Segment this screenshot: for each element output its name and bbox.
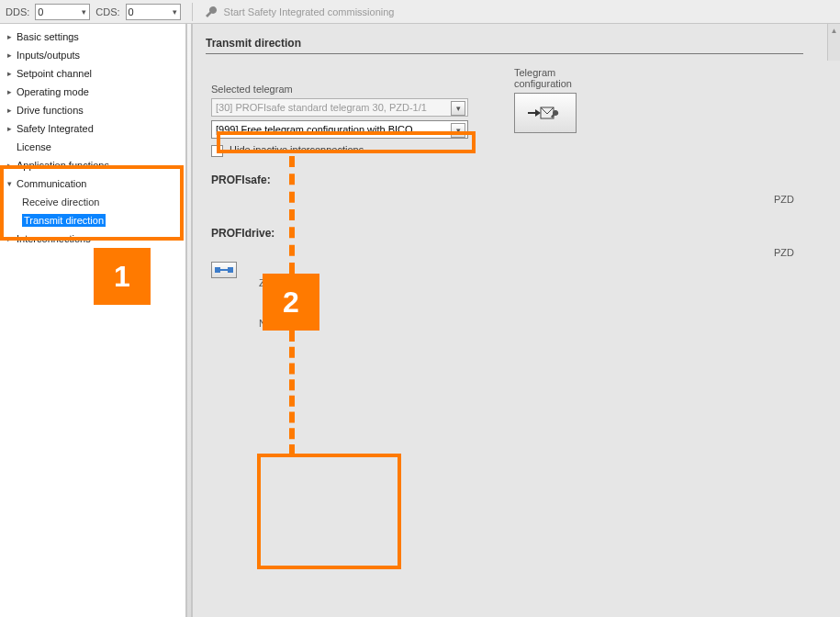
dds-label: DDS: [6,6,29,17]
tree-item-inputs-outputs[interactable]: Inputs/outputs [0,46,185,64]
content-pane: ▲ Transmit direction Selected telegram [… [192,24,840,617]
pzd-header: PZD [211,247,822,258]
checkbox-icon [211,145,223,157]
telegram-dropdown-free[interactable]: [999] Free telegram configuration with B… [211,120,468,139]
tree-item-transmit-direction[interactable]: Transmit direction [0,211,185,230]
wrench-icon[interactable] [204,5,218,19]
page-title: Transmit direction [206,37,301,50]
start-commissioning-button[interactable]: Start Safety Integrated commissioning [224,6,395,17]
toolbar: DDS: 0 CDS: 0 Start Safety Integrated co… [0,0,840,24]
telegram-dropdown-profisafe[interactable]: [30] PROFIsafe standard telegram 30, PZD… [211,98,468,117]
tree-item-license[interactable]: License [0,138,185,156]
signal-label-nist: NIST_A [259,302,303,342]
toolbar-separator [192,3,193,21]
profisafe-heading: PROFIsafe: [211,174,822,186]
tree-item-receive-direction[interactable]: Receive direction [0,193,185,211]
tree-item-application-functions[interactable]: Application functions [0,156,185,174]
scroll-up-icon[interactable]: ▲ [828,24,840,37]
profidrive-heading: PROFIdrive: [211,227,822,240]
cds-dropdown[interactable]: 0 [126,4,181,20]
signal-label-zsw1: ZSW1 [259,262,303,302]
telegram-config-button[interactable] [514,93,577,133]
tree-item-communication[interactable]: Communication [0,174,185,193]
dds-dropdown[interactable]: 0 [35,4,90,20]
tree-item-operating-mode[interactable]: Operating mode [0,83,185,101]
tree-item-basic-settings[interactable]: Basic settings [0,28,185,46]
tree-item-drive-functions[interactable]: Drive functions [0,101,185,119]
scrollbar[interactable]: ▲ [827,24,840,61]
tree-item-setpoint-channel[interactable]: Setpoint channel [0,64,185,83]
cds-label: CDS: [95,6,119,17]
pzd-header: PZD [330,194,822,205]
navigation-tree: Basic settingsInputs/outputsSetpoint cha… [0,24,186,617]
telegram-config-label: Telegram configuration [514,67,577,89]
selected-telegram-label: Selected telegram [211,84,468,95]
hide-inactive-checkbox[interactable]: Hide inactive interconnections [211,144,468,157]
tree-item-interconnections[interactable]: Interconnections [0,230,185,248]
svg-rect-2 [228,267,233,273]
interconnection-icon[interactable] [211,262,237,278]
tree-item-safety-integrated[interactable]: Safety Integrated [0,119,185,138]
svg-rect-1 [215,267,220,273]
